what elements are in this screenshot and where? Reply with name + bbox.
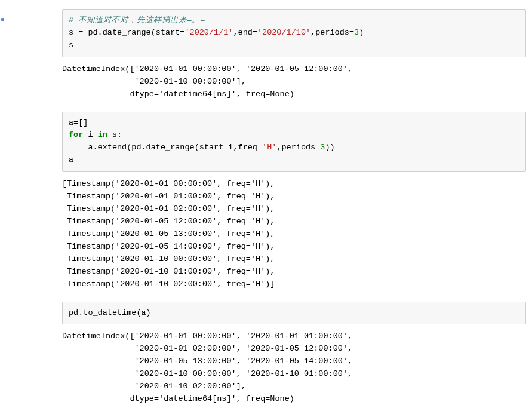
code-text: a.extend(pd.date_range(start=i,freq=: [69, 143, 262, 152]
output-3: DatetimeIndex(['2020-01-01 00:00:00', '2…: [62, 330, 526, 406]
code-text: ): [359, 28, 364, 37]
prompt-indicator: [1, 18, 4, 21]
code-string: '2020/1/10': [257, 28, 310, 37]
code-text: )): [325, 143, 334, 152]
code-text: s:: [107, 130, 122, 139]
code-cell-3: pd.to_datetime(a): [62, 302, 526, 325]
code-string: '2020/1/1': [184, 28, 233, 37]
code-keyword: for: [69, 130, 83, 139]
code-keyword: in: [98, 130, 107, 139]
code-text: s: [69, 41, 73, 50]
code-text: ,periods=: [276, 143, 320, 152]
output-1: DatetimeIndex(['2020-01-01 00:00:00', '2…: [62, 63, 526, 101]
output-2: [Timestamp('2020-01-01 00:00:00', freq='…: [62, 178, 526, 290]
code-text: s = pd.date_range(start=: [69, 28, 184, 37]
code-cell-1: # 不知道对不对，先这样搞出来=。= s = pd.date_range(sta…: [62, 9, 526, 57]
code-number: 3: [354, 28, 359, 37]
code-cell-2: a=[] for i in s: a.extend(pd.date_range(…: [62, 112, 526, 173]
code-text: i: [83, 130, 97, 139]
code-string: 'H': [262, 143, 276, 152]
code-text: a=[]: [69, 118, 88, 127]
code-text: ,periods=: [310, 28, 354, 37]
code-text: ,end=: [233, 28, 257, 37]
code-text: a: [69, 155, 73, 164]
code-comment: # 不知道对不对，先这样搞出来=。=: [69, 16, 205, 24]
code-text: pd.to_datetime(a): [69, 308, 151, 317]
